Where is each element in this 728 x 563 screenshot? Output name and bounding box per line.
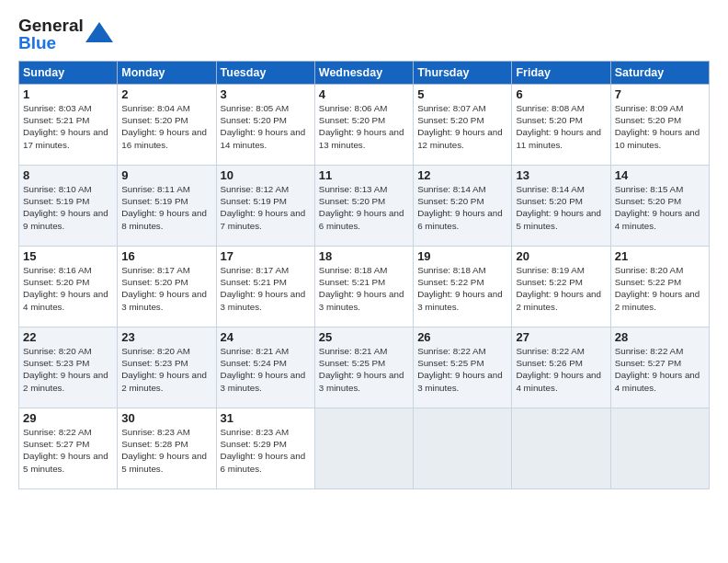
day-number: 19 [417, 249, 507, 263]
day-number: 14 [615, 168, 705, 182]
calendar-cell: 13Sunrise: 8:14 AMSunset: 5:20 PMDayligh… [512, 166, 610, 247]
calendar-cell: 26Sunrise: 8:22 AMSunset: 5:25 PMDayligh… [414, 327, 512, 408]
calendar-cell: 21Sunrise: 8:20 AMSunset: 5:22 PMDayligh… [610, 247, 709, 327]
calendar-cell [414, 408, 512, 489]
day-info: Sunrise: 8:08 AMSunset: 5:20 PMDaylight:… [516, 102, 606, 151]
day-number: 11 [319, 168, 409, 182]
day-number: 8 [23, 168, 113, 182]
calendar: SundayMondayTuesdayWednesdayThursdayFrid… [18, 61, 710, 489]
day-info: Sunrise: 8:22 AMSunset: 5:26 PMDaylight:… [516, 345, 606, 394]
day-info: Sunrise: 8:03 AMSunset: 5:21 PMDaylight:… [23, 102, 113, 151]
calendar-week: 1Sunrise: 8:03 AMSunset: 5:21 PMDaylight… [19, 85, 710, 166]
weekday-header: Friday [512, 62, 610, 85]
day-info: Sunrise: 8:23 AMSunset: 5:29 PMDaylight:… [221, 426, 311, 475]
day-info: Sunrise: 8:18 AMSunset: 5:21 PMDaylight:… [319, 264, 409, 313]
calendar-cell: 1Sunrise: 8:03 AMSunset: 5:21 PMDaylight… [19, 85, 118, 166]
day-number: 25 [319, 330, 409, 344]
day-info: Sunrise: 8:15 AMSunset: 5:20 PMDaylight:… [615, 183, 705, 232]
calendar-week: 22Sunrise: 8:20 AMSunset: 5:23 PMDayligh… [19, 327, 710, 408]
day-number: 12 [417, 168, 507, 182]
calendar-cell: 17Sunrise: 8:17 AMSunset: 5:21 PMDayligh… [216, 247, 314, 327]
day-info: Sunrise: 8:18 AMSunset: 5:22 PMDaylight:… [417, 264, 507, 313]
day-info: Sunrise: 8:20 AMSunset: 5:23 PMDaylight:… [23, 345, 113, 394]
day-info: Sunrise: 8:14 AMSunset: 5:20 PMDaylight:… [417, 183, 507, 232]
calendar-cell: 28Sunrise: 8:22 AMSunset: 5:27 PMDayligh… [610, 327, 709, 408]
calendar-week: 8Sunrise: 8:10 AMSunset: 5:19 PMDaylight… [19, 166, 710, 247]
day-info: Sunrise: 8:22 AMSunset: 5:27 PMDaylight:… [23, 426, 113, 475]
calendar-cell: 11Sunrise: 8:13 AMSunset: 5:20 PMDayligh… [314, 166, 413, 247]
day-info: Sunrise: 8:23 AMSunset: 5:28 PMDaylight:… [121, 426, 211, 475]
day-info: Sunrise: 8:11 AMSunset: 5:19 PMDaylight:… [121, 183, 211, 232]
day-info: Sunrise: 8:06 AMSunset: 5:20 PMDaylight:… [319, 102, 409, 151]
day-info: Sunrise: 8:20 AMSunset: 5:22 PMDaylight:… [615, 264, 705, 313]
logo: General Blue [18, 17, 113, 52]
day-number: 28 [615, 330, 705, 344]
calendar-cell: 9Sunrise: 8:11 AMSunset: 5:19 PMDaylight… [118, 166, 216, 247]
calendar-cell: 30Sunrise: 8:23 AMSunset: 5:28 PMDayligh… [118, 408, 216, 489]
weekday-header: Wednesday [314, 62, 413, 85]
day-info: Sunrise: 8:22 AMSunset: 5:25 PMDaylight:… [417, 345, 507, 394]
weekday-header: Saturday [610, 62, 709, 85]
calendar-cell: 20Sunrise: 8:19 AMSunset: 5:22 PMDayligh… [512, 247, 610, 327]
calendar-cell: 25Sunrise: 8:21 AMSunset: 5:25 PMDayligh… [314, 327, 413, 408]
page: General Blue SundayMondayTuesdayWednesda… [0, 0, 728, 563]
calendar-cell: 31Sunrise: 8:23 AMSunset: 5:29 PMDayligh… [216, 408, 314, 489]
day-number: 20 [516, 249, 606, 263]
day-info: Sunrise: 8:10 AMSunset: 5:19 PMDaylight:… [23, 183, 113, 232]
day-number: 30 [121, 411, 211, 425]
day-number: 13 [516, 168, 606, 182]
calendar-cell: 27Sunrise: 8:22 AMSunset: 5:26 PMDayligh… [512, 327, 610, 408]
day-number: 29 [23, 411, 113, 425]
calendar-cell [512, 408, 610, 489]
day-number: 6 [516, 87, 606, 101]
day-info: Sunrise: 8:05 AMSunset: 5:20 PMDaylight:… [221, 102, 311, 151]
day-number: 16 [121, 249, 211, 263]
calendar-body: 1Sunrise: 8:03 AMSunset: 5:21 PMDaylight… [19, 85, 710, 489]
calendar-cell: 8Sunrise: 8:10 AMSunset: 5:19 PMDaylight… [19, 166, 118, 247]
day-number: 24 [221, 330, 311, 344]
day-number: 17 [221, 249, 311, 263]
day-number: 3 [221, 87, 311, 101]
calendar-cell: 2Sunrise: 8:04 AMSunset: 5:20 PMDaylight… [118, 85, 216, 166]
calendar-cell: 3Sunrise: 8:05 AMSunset: 5:20 PMDaylight… [216, 85, 314, 166]
day-number: 15 [23, 249, 113, 263]
calendar-cell: 12Sunrise: 8:14 AMSunset: 5:20 PMDayligh… [414, 166, 512, 247]
calendar-cell: 6Sunrise: 8:08 AMSunset: 5:20 PMDaylight… [512, 85, 610, 166]
calendar-cell [314, 408, 413, 489]
day-number: 22 [23, 330, 113, 344]
weekday-row: SundayMondayTuesdayWednesdayThursdayFrid… [19, 62, 710, 85]
day-info: Sunrise: 8:04 AMSunset: 5:20 PMDaylight:… [121, 102, 211, 151]
calendar-cell: 19Sunrise: 8:18 AMSunset: 5:22 PMDayligh… [414, 247, 512, 327]
day-number: 4 [319, 87, 409, 101]
day-number: 31 [221, 411, 311, 425]
calendar-cell: 23Sunrise: 8:20 AMSunset: 5:23 PMDayligh… [118, 327, 216, 408]
logo-general: General [18, 16, 84, 35]
calendar-cell: 24Sunrise: 8:21 AMSunset: 5:24 PMDayligh… [216, 327, 314, 408]
calendar-cell: 18Sunrise: 8:18 AMSunset: 5:21 PMDayligh… [314, 247, 413, 327]
calendar-cell: 29Sunrise: 8:22 AMSunset: 5:27 PMDayligh… [19, 408, 118, 489]
calendar-week: 29Sunrise: 8:22 AMSunset: 5:27 PMDayligh… [19, 408, 710, 489]
day-info: Sunrise: 8:07 AMSunset: 5:20 PMDaylight:… [417, 102, 507, 151]
day-number: 27 [516, 330, 606, 344]
day-info: Sunrise: 8:12 AMSunset: 5:19 PMDaylight:… [221, 183, 311, 232]
day-number: 18 [319, 249, 409, 263]
header: General Blue [18, 17, 710, 52]
weekday-header: Thursday [414, 62, 512, 85]
calendar-cell: 10Sunrise: 8:12 AMSunset: 5:19 PMDayligh… [216, 166, 314, 247]
day-info: Sunrise: 8:21 AMSunset: 5:25 PMDaylight:… [319, 345, 409, 394]
day-number: 1 [23, 87, 113, 101]
day-info: Sunrise: 8:14 AMSunset: 5:20 PMDaylight:… [516, 183, 606, 232]
weekday-header: Tuesday [216, 62, 314, 85]
day-number: 5 [417, 87, 507, 101]
day-number: 10 [221, 168, 311, 182]
day-info: Sunrise: 8:21 AMSunset: 5:24 PMDaylight:… [221, 345, 311, 394]
day-info: Sunrise: 8:16 AMSunset: 5:20 PMDaylight:… [23, 264, 113, 313]
day-number: 21 [615, 249, 705, 263]
calendar-cell: 5Sunrise: 8:07 AMSunset: 5:20 PMDaylight… [414, 85, 512, 166]
day-info: Sunrise: 8:19 AMSunset: 5:22 PMDaylight:… [516, 264, 606, 313]
calendar-cell: 14Sunrise: 8:15 AMSunset: 5:20 PMDayligh… [610, 166, 709, 247]
day-info: Sunrise: 8:22 AMSunset: 5:27 PMDaylight:… [615, 345, 705, 394]
day-info: Sunrise: 8:17 AMSunset: 5:20 PMDaylight:… [121, 264, 211, 313]
day-info: Sunrise: 8:13 AMSunset: 5:20 PMDaylight:… [319, 183, 409, 232]
calendar-week: 15Sunrise: 8:16 AMSunset: 5:20 PMDayligh… [19, 247, 710, 327]
